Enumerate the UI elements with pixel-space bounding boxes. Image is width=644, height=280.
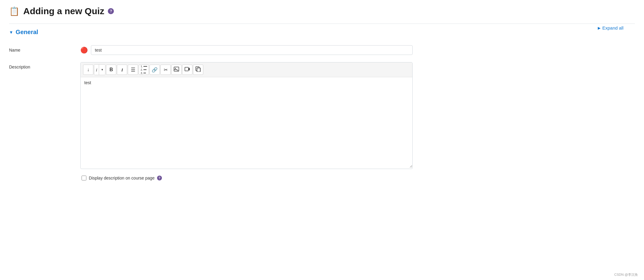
ordered-list-icon: 1. 2. 3. xyxy=(141,65,147,75)
video-icon xyxy=(185,66,190,73)
video-button[interactable] xyxy=(182,65,192,75)
general-section-header[interactable]: ▼ General xyxy=(9,29,635,36)
ordered-list-button[interactable]: 1. 2. 3. xyxy=(139,65,149,75)
name-input[interactable] xyxy=(91,45,413,55)
info-dropdown-button[interactable]: ▼ xyxy=(99,65,105,75)
unlink-icon: ✂ xyxy=(164,67,168,73)
svg-rect-2 xyxy=(185,67,188,71)
info-button[interactable]: i xyxy=(94,65,99,75)
template-button[interactable] xyxy=(193,65,203,75)
general-chevron-icon: ▼ xyxy=(9,30,13,35)
description-form-row: Description ↓ i xyxy=(9,59,635,188)
description-textarea[interactable]: test xyxy=(81,77,412,168)
title-icon: 📋 xyxy=(9,6,20,16)
svg-point-1 xyxy=(175,68,176,69)
bold-icon: B xyxy=(110,67,113,72)
display-description-checkbox[interactable] xyxy=(82,176,86,180)
link-icon: 🔗 xyxy=(152,67,158,73)
display-description-help-icon[interactable]: ? xyxy=(157,176,162,180)
name-form-row: Name 🔴 xyxy=(9,42,635,59)
italic-button[interactable]: I xyxy=(117,65,127,75)
unordered-list-icon: ☰ xyxy=(131,67,135,73)
page-header: 📋 Adding a new Quiz ? xyxy=(9,6,635,16)
watermark: CSDN @李沉鱼 xyxy=(614,272,638,277)
description-editor-wrapper: ↓ i ▼ B xyxy=(80,62,413,184)
link-button[interactable]: 🔗 xyxy=(150,65,160,75)
expand-all-button[interactable]: ▶ Expand all xyxy=(595,24,626,32)
expand-all-container: ▶ Expand all xyxy=(595,24,626,32)
expand-all-label: Expand all xyxy=(602,25,623,30)
svg-rect-4 xyxy=(197,68,200,72)
general-section: ▼ General Name 🔴 Description ↓ xyxy=(9,24,635,188)
image-button[interactable] xyxy=(171,65,182,75)
expand-all-chevron-icon: ▶ xyxy=(598,26,601,30)
format-icon: ↓ xyxy=(87,67,89,72)
template-icon xyxy=(195,66,201,73)
display-description-label[interactable]: Display description on course page xyxy=(89,176,155,180)
display-description-row: Display description on course page ? xyxy=(80,172,413,184)
page-help-icon[interactable]: ? xyxy=(108,8,114,14)
info-icon: i xyxy=(96,67,97,72)
description-editor-container: ↓ i ▼ B xyxy=(80,62,413,169)
editor-toolbar: ↓ i ▼ B xyxy=(81,62,412,77)
unordered-list-button[interactable]: ☰ xyxy=(128,65,138,75)
italic-icon: I xyxy=(121,67,123,72)
description-label: Description xyxy=(9,62,76,69)
name-error-icon: 🔴 xyxy=(80,46,88,54)
info-dropdown-arrow-icon: ▼ xyxy=(101,68,104,71)
unlink-button[interactable]: ✂ xyxy=(160,65,171,75)
image-icon xyxy=(174,66,179,73)
bold-button[interactable]: B xyxy=(106,65,116,75)
format-button[interactable]: ↓ xyxy=(83,65,93,75)
name-label: Name xyxy=(9,45,76,52)
page-title: Adding a new Quiz xyxy=(23,6,104,16)
general-section-title: General xyxy=(16,29,38,36)
info-btn-group: i ▼ xyxy=(94,64,105,75)
